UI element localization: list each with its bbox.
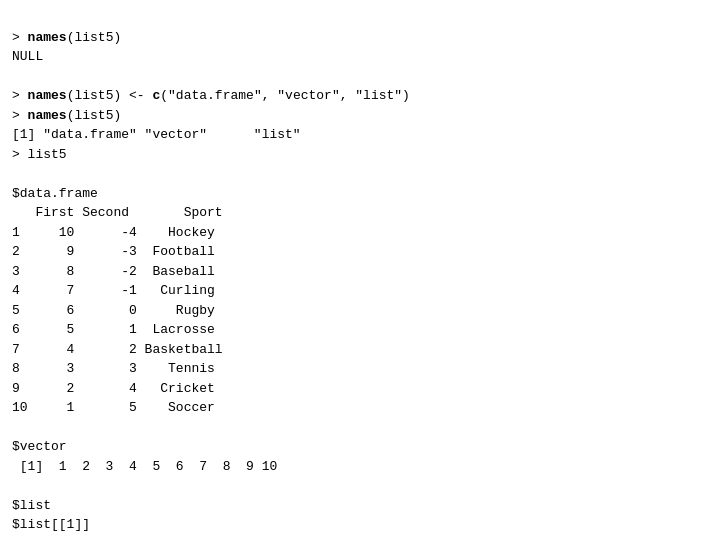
line-18: 10 1 5 Soccer xyxy=(12,400,215,415)
line-9: 1 10 -4 Hockey xyxy=(12,225,215,240)
line-13: 5 6 0 Rugby xyxy=(12,303,215,318)
line-2: NULL xyxy=(12,49,43,64)
line-17: 9 2 4 Cricket xyxy=(12,381,215,396)
line-12: 4 7 -1 Curling xyxy=(12,283,215,298)
line-10: 2 9 -3 Football xyxy=(12,244,215,259)
line-5: [1] "data.frame" "vector" "list" xyxy=(12,127,301,142)
line-14: 6 5 1 Lacrosse xyxy=(12,322,215,337)
line-4: > names(list5) xyxy=(12,108,121,123)
line-6: > list5 xyxy=(12,147,67,162)
line-3: > names(list5) <- c("data.frame", "vecto… xyxy=(12,88,410,103)
line-15: 7 4 2 Basketball xyxy=(12,342,223,357)
line-7: $data.frame xyxy=(12,186,98,201)
keyword-names-2: names xyxy=(28,88,67,103)
console-output: > names(list5) NULL > names(list5) <- c(… xyxy=(12,8,698,534)
line-20: [1] 1 2 3 4 5 6 7 8 9 10 xyxy=(12,459,277,474)
line-22: $list[[1]] xyxy=(12,517,90,532)
keyword-names-1: names xyxy=(28,30,67,45)
line-21: $list xyxy=(12,498,51,513)
line-1: > names(list5) xyxy=(12,30,121,45)
line-11: 3 8 -2 Baseball xyxy=(12,264,215,279)
keyword-names-3: names xyxy=(28,108,67,123)
line-8: First Second Sport xyxy=(12,205,223,220)
keyword-c: c xyxy=(152,88,160,103)
line-16: 8 3 3 Tennis xyxy=(12,361,215,376)
line-19: $vector xyxy=(12,439,67,454)
